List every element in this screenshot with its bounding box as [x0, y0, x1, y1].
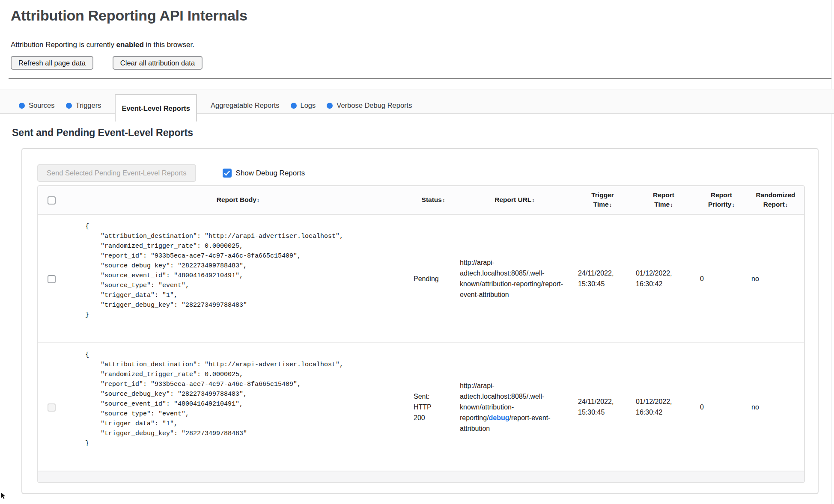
row-checkbox[interactable] [48, 275, 56, 283]
unread-dot-icon [66, 103, 72, 109]
table-row: { "attribution_destination": "http://ara… [38, 343, 804, 471]
status-prefix: Attribution Reporting is currently [11, 41, 116, 49]
show-debug-checkbox[interactable] [223, 169, 232, 178]
tab-logs[interactable]: Logs [291, 101, 316, 110]
sort-icon: ↕ [532, 197, 535, 203]
tab-label: Triggers [76, 101, 101, 110]
report-time: 01/12/2022, 16:30:42 [631, 214, 696, 343]
tab-triggers[interactable]: Triggers [66, 101, 101, 110]
toolbar: Refresh all page data Clear all attribut… [11, 56, 834, 70]
table-controls: Send Selected Pending Event-Level Report… [37, 164, 803, 182]
sort-icon: ↕ [609, 202, 612, 208]
table-row: { "attribution_destination": "http://ara… [38, 214, 804, 343]
status-enabled-text: enabled [116, 41, 144, 49]
tab-label: Verbose Debug Reports [337, 101, 412, 110]
tab-strip: Sources Triggers Event-Level Reports Agg… [0, 89, 834, 114]
sort-icon: ↕ [670, 202, 673, 208]
report-url: http://arapi-adtech.localhost:8085/.well… [456, 343, 574, 471]
tab-sources[interactable]: Sources [19, 101, 55, 110]
unread-dot-icon [291, 103, 297, 109]
tab-label: Event-Level Reports [122, 104, 190, 113]
debug-url-part: debug [489, 414, 509, 421]
col-header-report-time[interactable]: Report Time↕ [631, 186, 696, 214]
sort-icon: ↕ [442, 197, 445, 203]
feature-status-line: Attribution Reporting is currently enabl… [11, 41, 834, 49]
checkmark-icon [224, 171, 230, 176]
sort-icon: ↕ [732, 202, 735, 208]
reports-table-frame: Report Body↕ Status↕ Report URL↕ Trigger… [37, 185, 805, 483]
section-heading: Sent and Pending Event-Level Reports [12, 127, 834, 139]
page-title: Attribution Reporting API Internals [11, 6, 834, 25]
unread-dot-icon [19, 103, 25, 109]
randomized-report: no [747, 343, 804, 471]
report-status: Pending [411, 214, 456, 343]
col-header-report-body[interactable]: Report Body↕ [65, 186, 411, 214]
tab-label: Sources [29, 101, 55, 110]
sort-icon: ↕ [785, 202, 788, 208]
show-debug-reports-toggle[interactable]: Show Debug Reports [223, 169, 305, 178]
select-all-header [38, 186, 65, 214]
randomized-report: no [747, 214, 804, 343]
report-status: Sent: HTTP 200 [411, 343, 456, 471]
clear-attribution-data-button[interactable]: Clear all attribution data [113, 56, 203, 70]
show-debug-label: Show Debug Reports [236, 169, 305, 178]
table-header-row: Report Body↕ Status↕ Report URL↕ Trigger… [38, 186, 804, 214]
tab-label: Logs [301, 101, 316, 110]
tab-aggregatable-reports[interactable]: Aggregatable Reports [211, 101, 280, 110]
send-selected-reports-button: Send Selected Pending Event-Level Report… [37, 164, 196, 182]
trigger-time: 24/11/2022, 15:30:45 [574, 214, 631, 343]
header-divider [9, 78, 831, 79]
tab-event-level-reports[interactable]: Event-Level Reports [115, 94, 197, 122]
col-header-report-priority[interactable]: Report Priority↕ [696, 186, 747, 214]
table-footer-row [38, 471, 804, 482]
page-edge-divider [831, 0, 832, 504]
col-header-report-url[interactable]: Report URL↕ [456, 186, 574, 214]
reports-panel: Send Selected Pending Event-Level Report… [21, 148, 819, 494]
report-body: { "attribution_destination": "http://ara… [85, 350, 407, 448]
unread-dot-icon [327, 103, 333, 109]
page-header: Attribution Reporting API Internals Attr… [0, 0, 834, 70]
col-header-trigger-time[interactable]: Trigger Time↕ [574, 186, 631, 214]
report-url: http://arapi-adtech.localhost:8085/.well… [456, 214, 574, 343]
select-all-checkbox[interactable] [48, 196, 56, 205]
trigger-time: 24/11/2022, 15:30:45 [574, 343, 631, 471]
sort-icon: ↕ [257, 197, 260, 203]
report-time: 01/12/2022, 16:30:42 [631, 343, 696, 471]
report-priority: 0 [696, 343, 747, 471]
mouse-cursor [0, 492, 8, 501]
row-checkbox-disabled [48, 403, 56, 412]
col-header-randomized-report[interactable]: Randomized Report↕ [747, 186, 804, 214]
col-header-status[interactable]: Status↕ [411, 186, 456, 214]
report-priority: 0 [696, 214, 747, 343]
tab-verbose-debug-reports[interactable]: Verbose Debug Reports [327, 101, 412, 110]
reports-table: Report Body↕ Status↕ Report URL↕ Trigger… [38, 186, 804, 482]
status-suffix: in this browser. [144, 41, 194, 49]
refresh-page-data-button[interactable]: Refresh all page data [11, 56, 93, 70]
report-body: { "attribution_destination": "http://ara… [85, 222, 407, 320]
tab-label: Aggregatable Reports [211, 101, 280, 110]
